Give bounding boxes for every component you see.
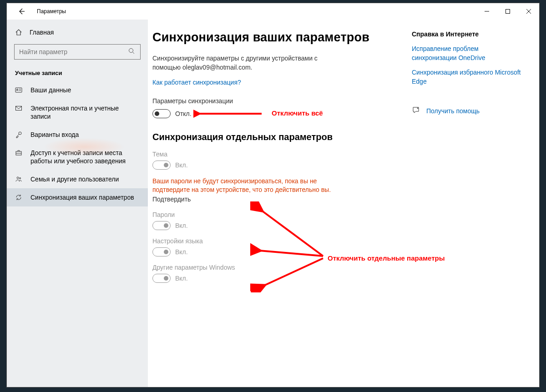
other-windows-toggle-label: Другие параметры Windows — [152, 264, 403, 271]
sidebar: Главная Учетные записи Ваши данные Элект… — [7, 20, 148, 387]
other-windows-toggle — [152, 274, 171, 283]
svg-point-4 — [129, 49, 133, 53]
confirm-link[interactable]: Подтвердить — [152, 196, 191, 203]
svg-rect-10 — [16, 106, 22, 111]
sidebar-item-work[interactable]: Доступ к учетной записи места работы или… — [7, 144, 148, 170]
search-input[interactable] — [19, 48, 128, 55]
mail-icon — [15, 105, 23, 112]
toggle-state-label: Вкл. — [175, 275, 188, 282]
home-icon — [15, 29, 23, 36]
svg-point-16 — [417, 108, 418, 109]
sync-description: Синхронизируйте параметры с другими устр… — [152, 54, 344, 72]
sidebar-section-header: Учетные записи — [7, 62, 148, 81]
how-sync-works-link[interactable]: Как работает синхронизация? — [152, 79, 241, 86]
sidebar-item-signin[interactable]: Варианты входа — [7, 126, 148, 144]
help-link-onedrive[interactable]: Исправление проблем синхронизации OneDri… — [412, 44, 521, 62]
search-icon — [128, 48, 136, 56]
settings-window: Параметры Главная Учетные записи Ваши да… — [6, 3, 540, 387]
app-title: Параметры — [37, 8, 66, 15]
back-button[interactable] — [16, 6, 27, 17]
help-link-edge[interactable]: Синхронизация избранного Microsoft Edge — [412, 68, 521, 86]
sidebar-item-label: Электронная почта и учетные записи — [30, 104, 140, 121]
passwords-toggle — [152, 221, 171, 230]
user-card-icon — [15, 86, 23, 94]
sidebar-item-family[interactable]: Семья и другие пользователи — [7, 170, 148, 188]
sidebar-item-label: Семья и другие пользователи — [30, 175, 119, 183]
close-button[interactable] — [518, 4, 539, 19]
sidebar-item-label: Варианты входа — [30, 131, 79, 139]
svg-rect-6 — [15, 88, 22, 92]
language-toggle-label: Настройки языка — [152, 237, 403, 245]
titlebar: Параметры — [7, 3, 539, 20]
individual-sync-heading: Синхронизация отдельных параметров — [152, 132, 403, 142]
briefcase-icon — [15, 149, 23, 156]
sidebar-item-sync[interactable]: Синхронизация ваших параметров — [7, 188, 148, 206]
svg-point-14 — [17, 177, 19, 179]
get-help-label: Получить помощь — [426, 107, 480, 115]
sync-master-toggle[interactable] — [152, 109, 171, 118]
sidebar-item-label: Ваши данные — [30, 86, 71, 94]
theme-toggle — [152, 161, 171, 170]
svg-line-5 — [133, 52, 135, 54]
sidebar-item-your-info[interactable]: Ваши данные — [7, 81, 148, 99]
toggle-state-label: Откл. — [175, 110, 192, 117]
passwords-toggle-label: Пароли — [152, 211, 403, 218]
home-label: Главная — [30, 29, 54, 36]
toggle-state-label: Вкл. — [175, 222, 188, 229]
password-warning: Ваши пароли не будут синхронизироваться,… — [152, 177, 344, 194]
language-toggle — [152, 247, 171, 256]
sync-icon — [15, 194, 23, 201]
sidebar-item-email[interactable]: Электронная почта и учетные записи — [7, 99, 148, 126]
help-heading: Справка в Интернете — [412, 30, 521, 38]
get-help-link[interactable]: Получить помощь — [412, 106, 521, 116]
sidebar-item-label: Доступ к учетной записи места работы или… — [30, 149, 140, 165]
key-icon — [15, 131, 23, 138]
main-content: Синхронизация ваших параметров Синхрониз… — [148, 20, 539, 387]
svg-rect-1 — [506, 10, 510, 14]
home-link[interactable]: Главная — [7, 25, 148, 40]
theme-toggle-label: Тема — [152, 151, 403, 158]
help-panel: Справка в Интернете Исправление проблем … — [403, 30, 521, 376]
page-title: Синхронизация ваших параметров — [152, 30, 403, 45]
people-icon — [15, 176, 23, 183]
help-chat-icon — [412, 106, 421, 116]
sidebar-item-label: Синхронизация ваших параметров — [30, 193, 134, 201]
sync-settings-label: Параметры синхронизации — [152, 97, 403, 105]
toggle-state-label: Вкл. — [175, 248, 188, 256]
minimize-button[interactable] — [476, 4, 497, 19]
toggle-state-label: Вкл. — [175, 161, 188, 169]
search-box[interactable] — [14, 44, 141, 60]
svg-point-15 — [20, 178, 21, 179]
maximize-button[interactable] — [497, 4, 518, 19]
